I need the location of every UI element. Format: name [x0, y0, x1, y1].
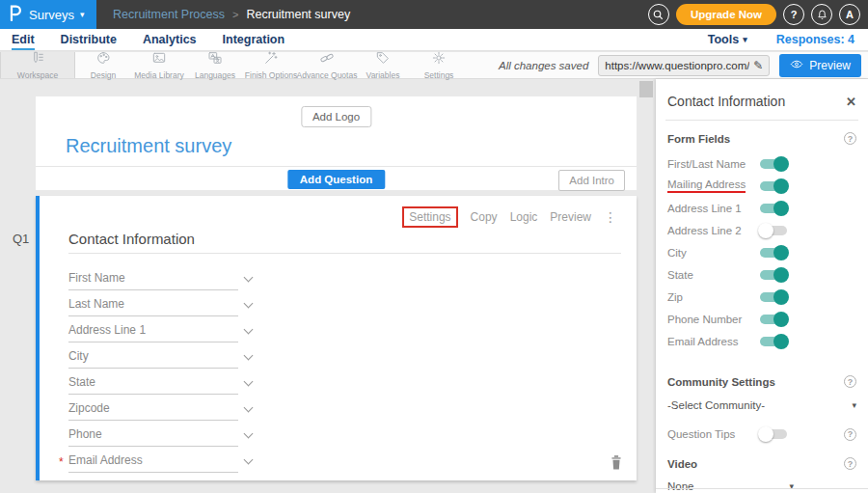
- toggle-row-address-line-1: Address Line 1: [656, 197, 868, 219]
- scrollbar-thumb[interactable]: [639, 81, 653, 97]
- toggle-switch[interactable]: [760, 270, 787, 280]
- help-icon[interactable]: ?: [844, 132, 856, 145]
- form-fields-heading: Form Fields: [667, 133, 730, 145]
- toggle-switch[interactable]: [760, 292, 787, 302]
- tools-menu[interactable]: Tools ▾: [708, 33, 747, 46]
- add-intro-button[interactable]: Add Intro: [558, 170, 625, 191]
- help-button[interactable]: ?: [783, 4, 804, 25]
- chevron-down-icon[interactable]: [244, 325, 254, 335]
- chevron-down-icon[interactable]: [244, 429, 254, 439]
- question-title[interactable]: Contact Information: [68, 231, 195, 247]
- toggle-switch[interactable]: [760, 315, 787, 324]
- field-row-email-address[interactable]: * Email Address: [68, 448, 238, 473]
- breadcrumb-parent[interactable]: Recruitment Process: [113, 8, 225, 21]
- tab-integration[interactable]: Integration: [223, 29, 285, 50]
- chevron-down-icon[interactable]: [244, 273, 254, 283]
- toggle-row-state: State: [656, 263, 868, 286]
- question-action-logic[interactable]: Logic: [510, 210, 538, 224]
- toggle-knob: [773, 201, 789, 216]
- form-field-toggles: First/Last Name Mailing Address Address …: [656, 152, 868, 352]
- field-label: Zipcode: [68, 401, 110, 415]
- toggle-knob: [773, 312, 789, 327]
- breadcrumb: Recruitment Process > Recruitment survey: [113, 8, 350, 21]
- question-action-preview[interactable]: Preview: [550, 210, 591, 224]
- required-marker: *: [59, 455, 64, 469]
- help-icon[interactable]: ?: [844, 457, 856, 470]
- panel-title: Contact Information: [667, 94, 785, 109]
- toggle-switch[interactable]: [760, 337, 787, 346]
- chevron-down-icon: ▾: [789, 481, 794, 491]
- close-icon[interactable]: ✕: [846, 95, 856, 109]
- top-bar: Surveys ▾ Recruitment Process > Recruitm…: [0, 0, 868, 29]
- upgrade-now-button[interactable]: Upgrade Now: [676, 4, 776, 25]
- toggle-switch[interactable]: [760, 159, 787, 169]
- save-status: All changes saved: [499, 60, 588, 71]
- survey-title[interactable]: Recruitment survey: [66, 135, 231, 157]
- add-logo-button[interactable]: Add Logo: [301, 106, 371, 127]
- toggle-label: Address Line 2: [667, 225, 764, 236]
- community-select[interactable]: -Select Community- ▾: [656, 399, 868, 411]
- toolbar-item-label: Advance Quotas: [297, 70, 358, 80]
- toggle-row-mailing-address: Mailing Address: [656, 175, 868, 197]
- toolbar-item-settings[interactable]: Settings: [411, 52, 467, 78]
- toggle-knob: [773, 178, 789, 194]
- field-row-last-name[interactable]: Last Name: [68, 291, 238, 316]
- contact-form-fields: First Name Last Name Address Line 1 City…: [68, 265, 238, 474]
- toolbar-item-variables[interactable]: Variables: [355, 52, 411, 78]
- toggle-switch[interactable]: [760, 204, 787, 213]
- chevron-down-icon[interactable]: [244, 299, 254, 309]
- toolbar-item-design[interactable]: Design: [75, 52, 131, 78]
- edit-url-icon[interactable]: ✎: [753, 59, 763, 72]
- toggle-switch[interactable]: [760, 226, 787, 235]
- tab-analytics[interactable]: Analytics: [143, 29, 197, 50]
- toggle-knob: [773, 289, 789, 305]
- toolbar-item-advance-quotas[interactable]: Advance Quotas: [299, 52, 355, 78]
- toggle-knob: [773, 245, 789, 260]
- field-label: First Name: [68, 271, 125, 285]
- field-row-city[interactable]: City: [68, 343, 238, 369]
- field-row-first-name[interactable]: First Name: [68, 265, 238, 290]
- survey-url: https://www.questionpro.com/t/APNrFZ: [605, 60, 749, 71]
- search-icon[interactable]: [648, 4, 669, 25]
- responses-count[interactable]: Responses: 4: [776, 33, 854, 46]
- tab-edit[interactable]: Edit: [12, 29, 35, 50]
- video-select[interactable]: None ▾: [656, 480, 794, 492]
- field-row-address-line-1[interactable]: Address Line 1: [68, 317, 238, 342]
- notifications-bell-icon[interactable]: [811, 4, 832, 25]
- toolbar-item-finish-options[interactable]: Finish Options: [243, 52, 299, 78]
- preview-button[interactable]: Preview: [779, 54, 861, 77]
- workspace-icon: [30, 50, 45, 69]
- tab-distribute[interactable]: Distribute: [61, 29, 117, 50]
- delete-question-icon[interactable]: [610, 454, 623, 475]
- toggle-label: City: [667, 247, 764, 259]
- question-action-settings[interactable]: Settings: [402, 206, 457, 228]
- question-tips-switch[interactable]: [760, 429, 787, 439]
- field-label: State: [68, 375, 95, 389]
- product-menu[interactable]: Surveys ▾: [0, 0, 96, 29]
- field-label: Email Address: [68, 453, 143, 467]
- toolbar-item-label: Finish Options: [245, 70, 297, 80]
- chevron-down-icon[interactable]: [244, 351, 254, 361]
- wand-icon: [263, 50, 279, 69]
- image-icon: [151, 50, 167, 69]
- question-card: Settings Copy Logic Preview ⋮ Contact In…: [36, 196, 637, 480]
- field-row-state[interactable]: State: [68, 370, 238, 395]
- toggle-switch[interactable]: [760, 181, 787, 191]
- help-icon[interactable]: ?: [844, 375, 856, 388]
- field-row-phone[interactable]: Phone: [68, 422, 238, 447]
- chevron-down-icon[interactable]: [244, 455, 254, 465]
- toolbar-item-workspace[interactable]: Workspace: [0, 52, 75, 78]
- toolbar-item-languages[interactable]: Languages: [187, 52, 243, 78]
- survey-url-field[interactable]: https://www.questionpro.com/t/APNrFZ ✎: [598, 55, 770, 76]
- question-title-divider: [68, 253, 621, 254]
- chevron-down-icon[interactable]: [244, 377, 254, 387]
- field-row-zipcode[interactable]: Zipcode: [68, 396, 238, 421]
- avatar[interactable]: A: [839, 4, 860, 25]
- chevron-down-icon[interactable]: [244, 403, 254, 413]
- kebab-menu-icon[interactable]: ⋮: [604, 210, 617, 224]
- question-action-copy[interactable]: Copy: [471, 210, 498, 224]
- add-question-button[interactable]: Add Question: [287, 170, 385, 189]
- toolbar-item-media-library[interactable]: Media Library: [131, 52, 187, 78]
- help-icon[interactable]: ?: [844, 428, 856, 441]
- toggle-switch[interactable]: [760, 248, 787, 258]
